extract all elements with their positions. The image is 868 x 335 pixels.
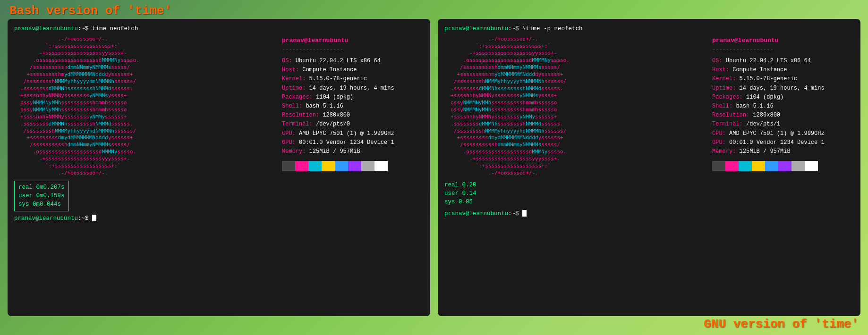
title-bottom: GNU version of 'time': [704, 317, 859, 331]
info-value: 00:01.0 Vendor 1234 Device 1: [729, 139, 825, 146]
info-key: Kernel:: [712, 75, 740, 82]
right-terminal-content: .-/+oossssoo+/-. `:+ssssssssssssssssss+:…: [444, 36, 854, 218]
left-prompt-sep: :~$: [78, 25, 92, 32]
info-row: Terminal: /dev/pts/1: [712, 120, 854, 129]
info-row: CPU: AMD EPYC 7501 (1) @ 1.999GHz: [282, 129, 424, 138]
right-neofetch-art-panel: .-/+oossssoo+/-. `:+ssssssssssssssssss+:…: [444, 36, 707, 218]
info-key: Resolution:: [282, 112, 323, 118]
color-block: [322, 161, 335, 171]
left-bottom-prompt: pranav@learnubuntu:~$: [14, 214, 277, 223]
color-block: [712, 161, 725, 171]
info-key: Host:: [282, 67, 302, 73]
left-terminal: pranav@learnubuntu:~$ time neofetch .-/+…: [8, 19, 430, 316]
info-value: 14 days, 19 hours, 4 mins: [309, 85, 394, 92]
info-row: Kernel: 5.15.0-78-generic: [712, 75, 854, 84]
info-row: Terminal: /dev/pts/0: [282, 120, 424, 129]
info-key: Memory:: [282, 148, 309, 155]
info-value: AMD EPYC 7501 (1) @ 1.999GHz: [729, 130, 825, 137]
color-block: [348, 161, 361, 171]
info-key: Shell:: [282, 103, 306, 109]
info-row: Shell: bash 5.1.16: [712, 102, 854, 111]
info-key: Resolution:: [712, 112, 753, 118]
left-bottom-prompt-user: pranav@learnubuntu: [14, 215, 78, 222]
info-value: bash 5.1.16: [736, 103, 773, 109]
title-top: Bash version of 'time': [9, 4, 171, 18]
info-value: 1104 (dpkg): [316, 94, 353, 100]
right-prompt-cmd: \time -p neofetch: [522, 25, 583, 32]
color-block: [374, 161, 388, 171]
left-time-sys: sys 0m0.044s: [18, 200, 65, 209]
info-row: OS: Ubuntu 22.04.2 LTS x86_64: [282, 57, 424, 66]
right-prompt-user: pranav@learnubuntu: [444, 25, 508, 32]
info-key: Uptime:: [282, 85, 309, 92]
left-info-items: OS: Ubuntu 22.04.2 LTS x86_64Host: Compu…: [282, 57, 424, 156]
info-value: 5.15.0-78-generic: [740, 75, 797, 82]
right-neofetch-info: pranav@learnubuntu ------------------ OS…: [707, 36, 854, 218]
color-block: [295, 161, 308, 171]
color-block: [778, 161, 791, 171]
color-block: [805, 161, 818, 171]
left-color-blocks: [282, 161, 424, 171]
info-value: 125MiB / 957MiB: [309, 148, 360, 155]
color-block: [725, 161, 739, 171]
left-cursor: [92, 215, 96, 221]
right-info-title: pranav@learnubuntu: [712, 36, 854, 46]
right-bottom-prompt-user: pranav@learnubuntu: [444, 210, 508, 217]
info-row: OS: Ubuntu 22.04.2 LTS x86_64: [712, 57, 854, 66]
info-value: /dev/pts/1: [746, 121, 780, 127]
info-key: GPU:: [282, 139, 299, 146]
right-prompt: pranav@learnubuntu:~$ \time -p neofetch: [444, 25, 854, 33]
right-info-items: OS: Ubuntu 22.04.2 LTS x86_64Host: Compu…: [712, 57, 854, 156]
info-row: Host: Compute Instance: [712, 66, 854, 75]
info-value: AMD EPYC 7501 (1) @ 1.999GHz: [299, 130, 394, 137]
info-row: Kernel: 5.15.0-78-generic: [282, 75, 424, 84]
right-color-blocks: [712, 161, 854, 171]
info-row: GPU: 00:01.0 Vendor 1234 Device 1: [282, 138, 424, 147]
info-value: bash 5.1.16: [306, 103, 343, 109]
info-value: Compute Instance: [732, 67, 787, 73]
info-value: Compute Instance: [302, 67, 357, 73]
info-row: Uptime: 14 days, 19 hours, 4 mins: [712, 84, 854, 93]
color-block: [335, 161, 348, 171]
left-time-result: real 0m0.207s user 0m0.159s sys 0m0.044s: [14, 181, 69, 211]
color-block: [791, 161, 805, 171]
left-prompt: pranav@learnubuntu:~$ time neofetch: [14, 25, 424, 33]
info-value: /dev/pts/0: [316, 121, 350, 127]
info-row: Shell: bash 5.1.16: [282, 102, 424, 111]
left-neofetch-art-panel: .-/+oossssoo+/-. `:+ssssssssssssssssss+:…: [14, 36, 277, 223]
left-info-divider: ------------------: [282, 46, 424, 55]
info-key: CPU:: [282, 130, 299, 137]
info-row: Packages: 1104 (dpkg): [282, 93, 424, 102]
color-block: [739, 161, 752, 171]
info-key: Terminal:: [282, 121, 316, 127]
left-bottom-sep: :~$: [78, 215, 92, 222]
left-prompt-cmd: time neofetch: [92, 25, 138, 32]
info-key: Packages:: [282, 94, 316, 100]
info-value: 5.15.0-78-generic: [309, 75, 367, 82]
info-value: 1280x800: [323, 112, 350, 118]
info-key: OS:: [282, 58, 296, 64]
info-key: Memory:: [712, 148, 740, 155]
info-value: Ubuntu 22.04.2 LTS x86_64: [296, 58, 381, 64]
info-value: 1280x800: [753, 112, 780, 118]
info-row: Memory: 125MiB / 957MiB: [712, 147, 854, 156]
info-key: Host:: [712, 67, 732, 73]
right-info-divider: ------------------: [712, 46, 854, 55]
info-value: 1104 (dpkg): [746, 94, 783, 100]
right-prompt-sep: :~$: [508, 25, 522, 32]
info-value: 14 days, 19 hours, 4 mins: [740, 85, 825, 92]
left-terminal-content: .-/+oossssoo+/-. `:+ssssssssssssssssss+:…: [14, 36, 424, 223]
info-key: CPU:: [712, 130, 729, 137]
color-block: [282, 161, 295, 171]
info-value: 00:01.0 Vendor 1234 Device 1: [299, 139, 394, 146]
color-block: [752, 161, 765, 171]
info-row: Packages: 1104 (dpkg): [712, 93, 854, 102]
right-neofetch-art: .-/+oossssoo+/-. `:+ssssssssssssssssss+:…: [444, 36, 707, 177]
left-time-real: real 0m0.207s: [18, 183, 65, 192]
right-cursor: [522, 210, 527, 217]
color-block: [308, 161, 322, 171]
right-time-user: user 0.14: [444, 189, 707, 198]
right-time-sys: sys 0.05: [444, 198, 707, 206]
info-key: Uptime:: [712, 85, 740, 92]
right-bottom-sep: :~$: [508, 210, 522, 217]
